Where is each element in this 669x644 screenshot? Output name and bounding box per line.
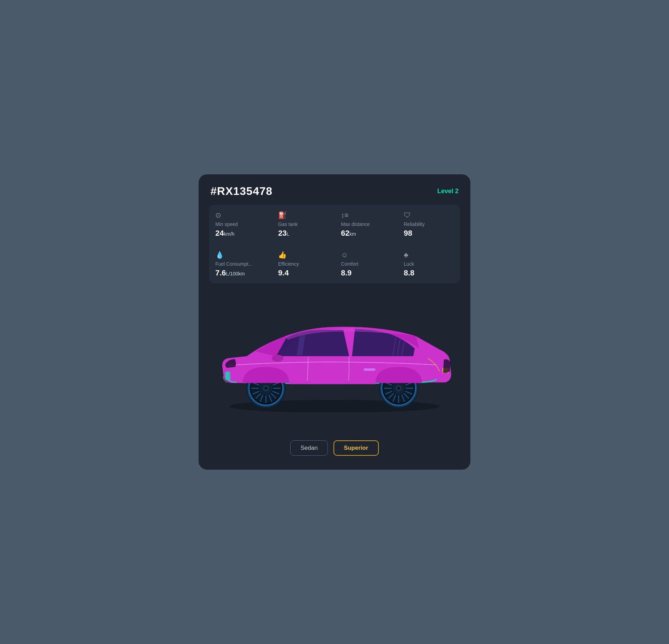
stat-label-6: Comfort [341,261,391,267]
stat-value-7: 8.8 [404,269,454,277]
stat-value-2: 62km [341,229,391,237]
stat-icon-5: 👍 [278,251,328,258]
card-header: #RX135478 Level 2 [209,185,460,198]
stat-value-4: 7.6L/100km [215,269,265,277]
svg-rect-5 [225,372,230,380]
stat-cell-1: ⛽Gas tank23L [272,205,334,244]
stat-value-5: 9.4 [278,269,328,277]
stat-icon-2: ↕≡ [341,212,391,219]
stat-icon-6: ☺ [341,251,391,258]
stat-cell-4: 💧Fuel Consumpt...7.6L/100km [209,244,271,283]
stat-cell-3: 🛡Reliability98 [398,205,460,244]
car-card: #RX135478 Level 2 ⊙Min speed24km/h⛽Gas t… [199,174,470,469]
stat-value-1: 23L [278,229,328,237]
svg-point-57 [397,386,400,390]
sedan-tag[interactable]: Sedan [290,440,328,456]
stat-icon-7: ♣ [404,251,454,258]
stat-label-1: Gas tank [278,221,328,227]
stat-label-3: Reliability [404,221,454,227]
stats-grid: ⊙Min speed24km/h⛽Gas tank23L↕≡Max distan… [209,205,460,283]
stat-label-7: Luck [404,261,454,267]
stat-value-6: 8.9 [341,269,391,277]
svg-rect-60 [289,380,375,384]
stat-icon-3: 🛡 [404,212,454,219]
stat-icon-0: ⊙ [215,212,265,219]
stat-icon-4: 💧 [215,251,265,258]
tags-row: Sedan Superior [209,440,460,456]
stat-cell-2: ↕≡Max distance62km [335,205,397,244]
car-illustration [209,301,460,412]
stat-value-3: 98 [404,229,454,237]
level-badge: Level 2 [437,188,459,195]
stat-cell-0: ⊙Min speed24km/h [209,205,271,244]
superior-tag[interactable]: Superior [333,440,379,456]
stat-label-4: Fuel Consumpt... [215,261,265,267]
stat-cell-5: 👍Efficiency9.4 [272,244,334,283]
stat-label-0: Min speed [215,221,265,227]
stat-cell-7: ♣Luck8.8 [398,244,460,283]
stat-label-2: Max distance [341,221,391,227]
svg-rect-4 [364,368,375,371]
car-area [209,283,460,430]
stat-icon-1: ⛽ [278,212,328,219]
stat-value-0: 24km/h [215,229,265,237]
stat-cell-6: ☺Comfort8.9 [335,244,397,283]
svg-point-7 [272,355,283,362]
svg-point-31 [264,386,268,390]
car-id: #RX135478 [210,185,272,198]
stat-label-5: Efficiency [278,261,328,267]
